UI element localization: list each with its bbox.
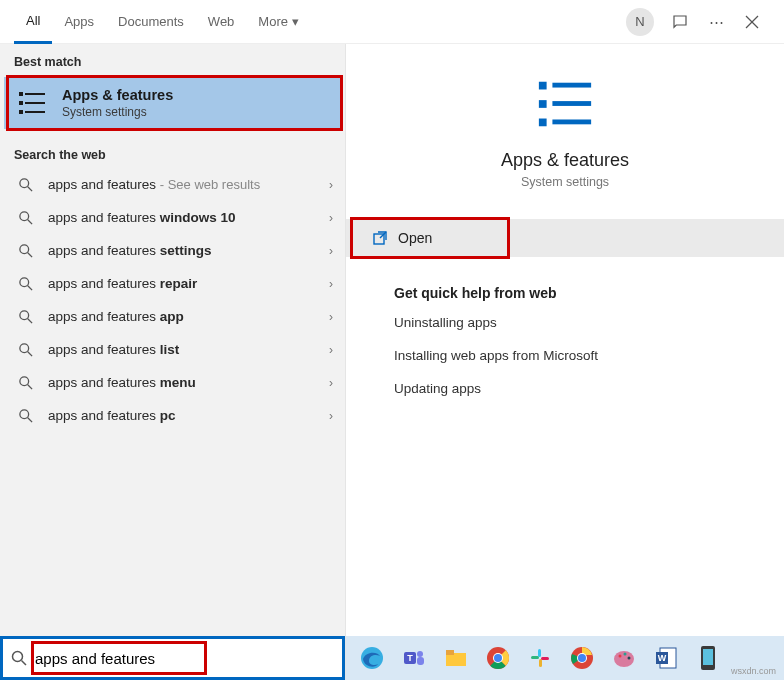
tab-apps[interactable]: Apps [52, 0, 106, 44]
open-label: Open [398, 230, 432, 246]
help-item[interactable]: Installing web apps from Microsoft [394, 348, 764, 363]
result-text: apps and features settings [48, 243, 323, 258]
tab-more[interactable]: More ▾ [246, 0, 310, 44]
svg-rect-27 [552, 83, 591, 88]
svg-line-13 [28, 252, 32, 256]
svg-rect-4 [19, 101, 23, 105]
svg-rect-48 [539, 659, 542, 667]
svg-rect-31 [552, 119, 591, 124]
phone-icon[interactable] [688, 638, 728, 678]
svg-rect-47 [531, 656, 539, 659]
svg-text:T: T [407, 653, 413, 663]
chevron-right-icon: › [329, 244, 333, 258]
svg-rect-28 [539, 100, 547, 108]
svg-point-18 [20, 343, 29, 352]
help-title: Get quick help from web [394, 285, 764, 301]
svg-point-20 [20, 376, 29, 385]
chevron-right-icon: › [329, 409, 333, 423]
teams-icon[interactable]: T [394, 638, 434, 678]
svg-rect-5 [25, 102, 45, 104]
web-result[interactable]: apps and features app› [0, 300, 345, 333]
chevron-right-icon: › [329, 376, 333, 390]
svg-line-33 [380, 232, 386, 238]
list-icon [18, 88, 48, 118]
svg-point-52 [578, 654, 586, 662]
word-icon[interactable]: W [646, 638, 686, 678]
search-icon [16, 211, 36, 225]
svg-point-54 [619, 655, 622, 658]
close-icon[interactable] [734, 4, 770, 40]
files-icon[interactable] [436, 638, 476, 678]
edge-icon[interactable] [352, 638, 392, 678]
svg-line-25 [22, 661, 27, 666]
chrome-icon[interactable] [478, 638, 518, 678]
svg-rect-30 [539, 119, 547, 127]
svg-rect-46 [538, 649, 541, 657]
tab-web[interactable]: Web [196, 0, 247, 44]
chevron-right-icon: › [329, 310, 333, 324]
svg-point-12 [20, 244, 29, 253]
svg-rect-49 [541, 657, 549, 660]
best-match-title: Apps & features [62, 87, 173, 103]
search-icon [16, 409, 36, 423]
result-text: apps and features repair [48, 276, 323, 291]
svg-rect-40 [446, 650, 454, 655]
web-result[interactable]: apps and features settings› [0, 234, 345, 267]
search-input[interactable] [35, 650, 334, 667]
slack-icon[interactable] [520, 638, 560, 678]
help-item[interactable]: Uninstalling apps [394, 315, 764, 330]
more-icon[interactable]: ⋯ [698, 4, 734, 40]
search-icon [11, 650, 27, 666]
search-icon [16, 277, 36, 291]
svg-point-8 [20, 178, 29, 187]
header-tabs: All Apps Documents Web More ▾ N ⋯ [0, 0, 784, 44]
paint-icon[interactable] [604, 638, 644, 678]
chevron-right-icon: › [329, 211, 333, 225]
web-result[interactable]: apps and features list› [0, 333, 345, 366]
preview-panel: Apps & features System settings Open Get… [346, 44, 784, 680]
svg-rect-38 [417, 657, 424, 665]
chevron-right-icon: › [329, 277, 333, 291]
best-match-result[interactable]: Apps & features System settings [4, 77, 341, 129]
search-icon [16, 310, 36, 324]
preview-subtitle: System settings [521, 175, 609, 189]
svg-point-24 [13, 652, 23, 662]
search-box[interactable] [3, 639, 342, 677]
svg-point-22 [20, 409, 29, 418]
search-icon [16, 244, 36, 258]
svg-rect-29 [552, 101, 591, 106]
help-item[interactable]: Updating apps [394, 381, 764, 396]
avatar[interactable]: N [626, 8, 654, 36]
chrome-icon[interactable] [562, 638, 602, 678]
svg-rect-7 [25, 111, 45, 113]
best-match-label: Best match [0, 44, 345, 75]
svg-rect-6 [19, 110, 23, 114]
svg-point-16 [20, 310, 29, 319]
tab-documents[interactable]: Documents [106, 0, 196, 44]
open-button[interactable]: Open [346, 219, 784, 257]
svg-line-15 [28, 285, 32, 289]
search-icon [16, 178, 36, 192]
result-text: apps and features menu [48, 375, 323, 390]
svg-line-11 [28, 219, 32, 223]
web-result[interactable]: apps and features repair› [0, 267, 345, 300]
result-text: apps and features - See web results [48, 177, 323, 192]
search-web-label: Search the web [0, 137, 345, 168]
svg-point-55 [624, 653, 627, 656]
tab-all[interactable]: All [14, 0, 52, 44]
web-result[interactable]: apps and features pc› [0, 399, 345, 432]
result-text: apps and features pc [48, 408, 323, 423]
results-panel: Best match Apps & features System settin… [0, 44, 346, 680]
svg-text:W: W [658, 653, 667, 663]
searchbar-area [0, 636, 345, 680]
svg-line-9 [28, 186, 32, 190]
web-result[interactable]: apps and features - See web results› [0, 168, 345, 201]
feedback-icon[interactable] [662, 4, 698, 40]
svg-point-10 [20, 211, 29, 220]
best-match-subtitle: System settings [62, 105, 173, 119]
web-result[interactable]: apps and features windows 10› [0, 201, 345, 234]
svg-point-37 [417, 651, 423, 657]
search-icon [16, 343, 36, 357]
result-text: apps and features windows 10 [48, 210, 323, 225]
web-result[interactable]: apps and features menu› [0, 366, 345, 399]
